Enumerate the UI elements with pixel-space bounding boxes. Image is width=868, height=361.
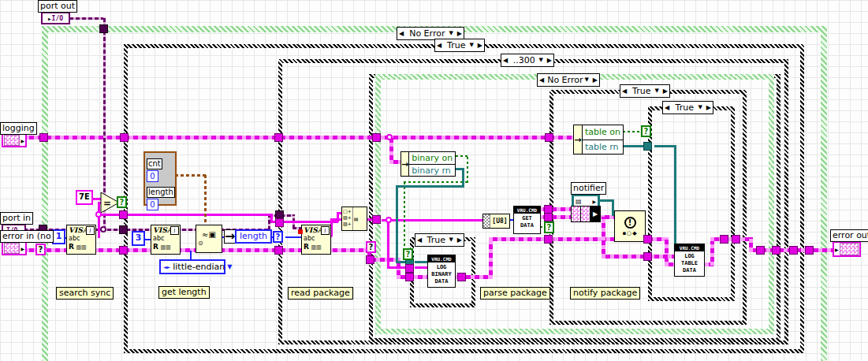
send-notification-node[interactable]: !▪○◆ — [614, 210, 646, 242]
error-out-terminal[interactable]: ▶ — [833, 241, 861, 257]
wire-junction[interactable] — [95, 211, 102, 218]
wire-error[interactable] — [665, 237, 669, 266]
sync-byte-constant[interactable]: 7E — [76, 190, 93, 205]
logging-label[interactable]: logging — [0, 122, 37, 135]
tunnel[interactable] — [119, 246, 128, 255]
tunnel[interactable] — [772, 246, 780, 255]
case-prev-icon[interactable]: ◀ — [435, 40, 443, 50]
tunnel[interactable] — [545, 133, 553, 142]
tunnel[interactable] — [275, 218, 284, 227]
case-selector-notify[interactable]: ? — [544, 221, 554, 233]
case-prev-icon[interactable]: ◀ — [620, 86, 628, 96]
wire-type-cluster[interactable] — [204, 174, 207, 228]
subvi-log-table-data[interactable]: VRU.CMDLOGTABLEDATA — [674, 244, 705, 277]
case-prev-icon[interactable]: ◀ — [538, 75, 546, 85]
tunnel[interactable] — [274, 133, 283, 142]
case-prev-icon[interactable]: ◀ — [663, 102, 671, 113]
tunnel[interactable] — [457, 273, 466, 281]
length-indicator[interactable]: length — [235, 229, 272, 244]
tunnel[interactable] — [405, 273, 414, 281]
wire-error[interactable] — [489, 237, 493, 279]
tunnel[interactable] — [720, 235, 728, 244]
section-label-parse-package[interactable]: parse package — [480, 287, 550, 300]
tunnel[interactable] — [372, 133, 381, 142]
unbundle-field-binary-on[interactable]: binary on — [409, 152, 455, 164]
logging-terminal[interactable]: ▶ — [2, 133, 27, 147]
case-selector-binary[interactable]: ? — [403, 248, 413, 260]
cluster-field-value[interactable]: 0 — [147, 199, 158, 210]
dropdown-icon[interactable]: ▼ — [584, 75, 590, 85]
case-label-table-true[interactable]: ◀True▼▶ — [662, 101, 713, 114]
read-count-constant-1[interactable]: 1 — [52, 229, 65, 244]
visa-read-node-sync[interactable]: VISAJabcR ▥▥ — [66, 225, 96, 255]
unflatten-from-string-node[interactable]: ≈▣⊙ — [196, 225, 222, 253]
subvi-log-binary-data[interactable]: VRU.CMDLOGBINARYDATA — [427, 255, 456, 288]
error-out-label[interactable]: error out — [830, 229, 868, 242]
cluster-field-name[interactable]: length — [147, 187, 175, 198]
enum-arrows-icon[interactable]: ◄► — [163, 264, 170, 270]
error-in-label[interactable]: error in (no — [0, 230, 54, 243]
case-next-icon[interactable]: ▶ — [591, 75, 599, 85]
section-label-read-package[interactable]: read package — [288, 287, 353, 300]
unbundle-field-binary-rn[interactable]: binary rn — [409, 164, 455, 177]
dropdown-icon[interactable]: ▼ — [449, 235, 455, 245]
case-next-icon[interactable]: ▶ — [476, 40, 484, 50]
case-selector-error-outer[interactable]: ? — [35, 244, 46, 255]
case-selector-error-inner[interactable]: ? — [366, 241, 376, 253]
case-label-range-300[interactable]: ◀..300▼▶ — [501, 54, 554, 67]
wire-data[interactable] — [602, 217, 605, 258]
string-to-byte-array-node[interactable]: [U8] — [482, 214, 510, 229]
wire-junction[interactable] — [100, 226, 106, 233]
tunnel[interactable] — [120, 133, 129, 142]
visa-read-node-package[interactable]: VISAJabcR ▥▥ — [301, 225, 331, 255]
unbundle-field-table-rn[interactable]: table rn — [583, 140, 623, 154]
tunnel[interactable] — [643, 142, 652, 151]
tunnel[interactable] — [119, 225, 128, 234]
dropdown-icon[interactable]: ▼ — [654, 86, 661, 96]
case-prev-icon[interactable]: ◀ — [397, 28, 405, 39]
tunnel[interactable] — [732, 235, 740, 244]
enum-dropdown-icon[interactable]: ▼ — [227, 263, 232, 270]
tunnel[interactable] — [39, 133, 48, 142]
type-cluster-constant[interactable]: cnt 0 length 0 — [143, 151, 177, 206]
dropdown-icon[interactable]: ▼ — [469, 40, 475, 50]
endianness-enum[interactable]: ◄►little-endian▼ — [159, 259, 225, 274]
case-label-binary-true[interactable]: ◀True▼▶ — [415, 233, 464, 247]
case-prev-icon[interactable]: ◀ — [415, 235, 423, 245]
breakpoint-dot[interactable] — [298, 229, 303, 234]
case-label-true-outer[interactable]: ◀True▼▶ — [434, 39, 485, 52]
wire-refnum-binary[interactable] — [396, 185, 398, 263]
case-next-icon[interactable]: ▶ — [456, 28, 464, 39]
wire-type-cluster[interactable] — [175, 174, 207, 177]
case-label-notify-true[interactable]: ◀True▼▶ — [620, 84, 670, 98]
tunnel[interactable] — [805, 246, 814, 255]
unbundle-table-node[interactable]: →table ontable rn — [573, 125, 624, 154]
unbundle-field-table-on[interactable]: table on — [583, 125, 623, 140]
subvi-get-data[interactable]: VRU.CMDGETDATA — [513, 206, 541, 234]
tunnel[interactable] — [99, 24, 108, 33]
port-in-label[interactable]: port in — [0, 212, 33, 225]
tunnel[interactable] — [643, 235, 652, 244]
wire-bool-binary-on[interactable] — [404, 181, 405, 255]
case-selector-length[interactable]: ? — [273, 231, 283, 243]
port-out-label[interactable]: port out — [38, 0, 77, 13]
wire-bool-binary-on[interactable] — [467, 155, 468, 183]
concatenate-strings-node[interactable]: □+▨+▨+▤ — [341, 207, 367, 231]
wire-visa-port-out[interactable] — [69, 17, 105, 20]
wire-data[interactable] — [602, 255, 646, 259]
case-next-icon[interactable]: ▶ — [661, 86, 669, 96]
tunnel[interactable] — [756, 246, 765, 255]
case-prev-icon[interactable]: ◀ — [501, 55, 509, 65]
dropdown-icon[interactable]: ▼ — [698, 102, 704, 113]
section-label-notify-package[interactable]: notify package — [570, 287, 640, 300]
read-count-constant-3[interactable]: 3 — [132, 231, 145, 246]
notifier-label[interactable]: notifier — [571, 182, 606, 195]
wire-refnum-binary[interactable] — [396, 185, 464, 188]
section-label-search-sync[interactable]: search sync — [56, 287, 114, 300]
tunnel[interactable] — [274, 246, 283, 255]
error-in-terminal[interactable]: ▶ — [2, 241, 27, 255]
tunnel[interactable] — [643, 252, 652, 261]
wire-junction[interactable] — [386, 217, 392, 223]
tunnel[interactable] — [372, 215, 381, 224]
case-next-icon[interactable]: ▶ — [546, 55, 553, 65]
